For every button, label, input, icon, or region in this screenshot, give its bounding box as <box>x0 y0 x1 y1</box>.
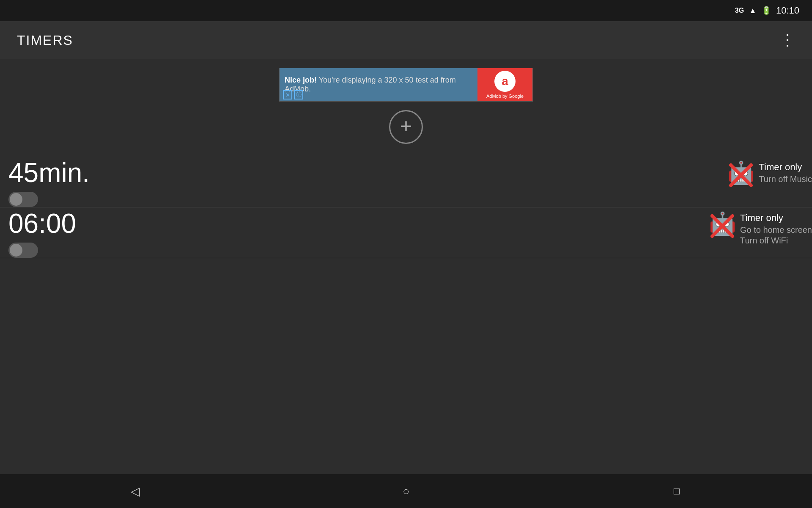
ad-info-button[interactable]: ⓘ <box>294 90 303 99</box>
timer-row: 45min. 🤖 Timer only Turn off Music <box>0 157 812 207</box>
ad-text-area: Nice job! You're displaying a 320 x 50 t… <box>280 72 477 97</box>
ad-controls[interactable]: ✕ ⓘ <box>283 90 303 99</box>
back-button[interactable]: ◁ <box>118 474 152 508</box>
timer-2-toggle[interactable] <box>8 243 38 258</box>
toggle-knob <box>10 244 22 257</box>
app-title: TIMERS <box>17 33 73 48</box>
timer-2-action-1: Go to home screen <box>740 225 812 235</box>
android-icon-2: 🤖 <box>709 213 736 240</box>
disabled-overlay <box>727 162 754 189</box>
timer-2-only-label: Timer only <box>740 213 812 224</box>
ad-logo-area: a AdMob by Google <box>477 68 532 101</box>
timer-1-right: 🤖 Timer only Turn off Music <box>727 157 812 207</box>
timer-1-only-label: Timer only <box>759 162 812 173</box>
app-bar: TIMERS ⋮ <box>0 21 812 59</box>
ad-banner: Nice job! You're displaying a 320 x 50 t… <box>279 68 533 102</box>
more-options-button[interactable]: ⋮ <box>780 33 795 48</box>
home-button[interactable]: ○ <box>389 474 423 508</box>
recent-apps-button[interactable]: □ <box>660 474 694 508</box>
signal-icon: ▲ <box>749 6 757 15</box>
timer-2-right: 🤖 Timer only Go to home screen Turn off … <box>709 207 812 258</box>
admob-logo: a <box>494 71 516 92</box>
ad-nice-job: Nice job! <box>285 76 317 84</box>
timer-1-toggle[interactable] <box>8 192 38 207</box>
android-icon-1: 🤖 <box>727 162 754 189</box>
timer-2-action-2: Turn off WiFi <box>740 236 812 246</box>
disabled-overlay <box>709 213 736 240</box>
status-bar: 3G ▲ 🔋 10:10 <box>0 0 812 21</box>
status-time: 10:10 <box>776 5 799 16</box>
ad-close-button[interactable]: ✕ <box>283 90 292 99</box>
admob-text: AdMob by Google <box>486 94 524 99</box>
add-timer-button[interactable]: + <box>389 110 423 144</box>
timer-1-display[interactable]: 45min. <box>8 157 135 188</box>
network-indicator: 3G <box>735 7 744 14</box>
timer-1-action-1: Turn off Music <box>759 174 812 184</box>
timer-row: 06:00 🤖 Timer only Go to home screen <box>0 207 812 258</box>
bottom-navigation: ◁ ○ □ <box>0 474 812 508</box>
toggle-knob <box>10 193 22 206</box>
add-timer-icon: + <box>400 116 412 136</box>
timer-2-display[interactable]: 06:00 <box>8 208 135 239</box>
timer-2-actions: Go to home screen Turn off WiFi <box>740 225 812 246</box>
main-content: Nice job! You're displaying a 320 x 50 t… <box>0 59 812 474</box>
timer-2-info: Timer only Go to home screen Turn off Wi… <box>740 213 812 246</box>
timer-1-info: Timer only Turn off Music <box>759 162 812 184</box>
battery-icon: 🔋 <box>762 6 771 15</box>
